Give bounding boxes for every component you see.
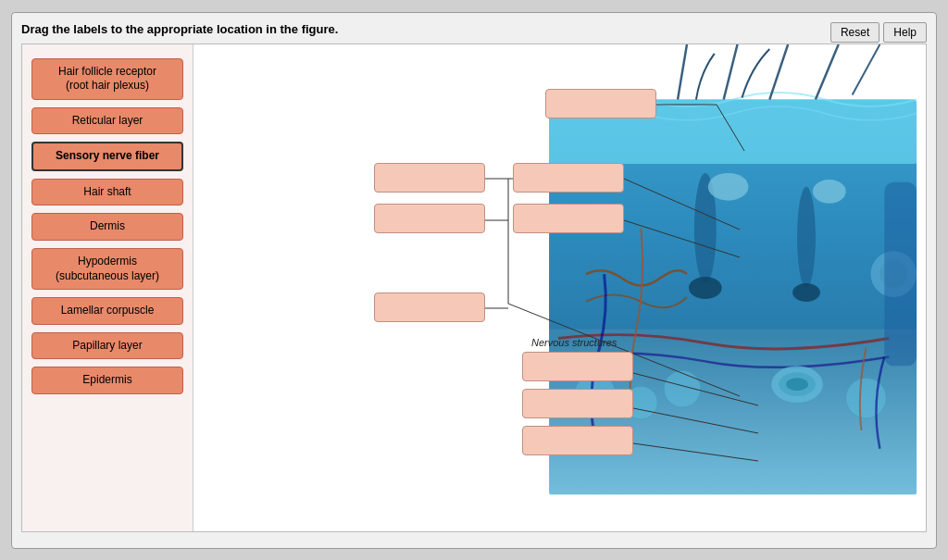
svg-point-12	[792, 283, 820, 302]
svg-line-2	[678, 44, 687, 100]
left-panel: Hair follicle receptor (root hair plexus…	[22, 44, 193, 531]
label-hair-shaft[interactable]: Hair shaft	[31, 179, 183, 206]
label-hypodermis[interactable]: Hypodermis (subcutaneous layer)	[31, 248, 183, 290]
svg-point-21	[846, 378, 887, 418]
drop-zone-nervous-3[interactable]	[522, 426, 633, 455]
label-sensory-nerve-fiber[interactable]: Sensory nerve fiber	[31, 142, 183, 171]
svg-point-14	[813, 179, 846, 203]
label-papillary-layer[interactable]: Papillary layer	[31, 332, 183, 360]
svg-line-5	[816, 44, 839, 100]
help-button[interactable]: Help	[883, 22, 927, 43]
label-epidermis[interactable]: Epidermis	[31, 367, 183, 394]
top-buttons: Reset Help	[830, 22, 927, 43]
drop-zone-middle-right-top[interactable]	[513, 163, 624, 193]
svg-point-17	[786, 378, 808, 391]
svg-point-13	[708, 172, 749, 200]
svg-line-3	[724, 44, 738, 100]
drop-zone-bottom-left[interactable]	[374, 292, 485, 322]
drop-zone-middle-right-mid[interactable]	[513, 204, 624, 233]
drop-zone-center-left[interactable]	[374, 204, 485, 233]
label-dermis[interactable]: Dermis	[31, 213, 183, 241]
label-hair-follicle[interactable]: Hair follicle receptor (root hair plexus…	[31, 58, 183, 100]
svg-point-10	[797, 186, 816, 287]
svg-rect-24	[884, 181, 917, 365]
drop-zone-nervous-2[interactable]	[522, 389, 633, 418]
instruction-text: Drag the labels to the appropriate locat…	[21, 22, 927, 36]
drop-zone-nervous-1[interactable]	[522, 352, 633, 381]
svg-line-6	[853, 44, 880, 95]
right-panel: Nervous structures	[193, 44, 926, 531]
drop-zone-top[interactable]	[545, 89, 656, 118]
outer-container: Drag the labels to the appropriate locat…	[11, 12, 937, 549]
drop-zone-middle-left[interactable]	[374, 163, 485, 193]
label-lamellar-corpuscle[interactable]: Lamellar corpuscle	[31, 297, 183, 325]
svg-point-20	[664, 370, 701, 407]
main-area: Hair follicle receptor (root hair plexus…	[21, 44, 927, 532]
reset-button[interactable]: Reset	[830, 22, 879, 43]
svg-line-4	[769, 44, 788, 100]
svg-point-11	[689, 277, 722, 299]
nervous-structures-label: Nervous structures	[531, 337, 617, 348]
label-reticular-layer[interactable]: Reticular layer	[31, 107, 183, 135]
